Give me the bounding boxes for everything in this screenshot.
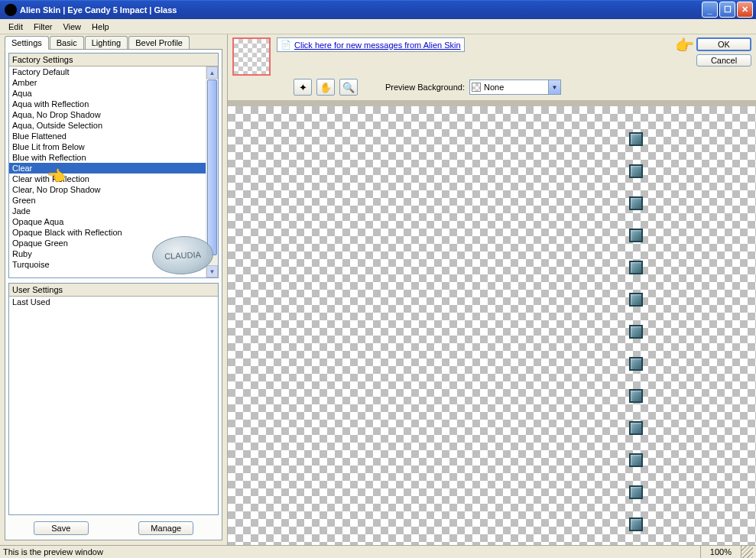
preview-shape <box>629 357 643 371</box>
list-item[interactable]: Clear <box>9 163 218 174</box>
preview-shape <box>629 196 643 210</box>
factory-settings-header: Factory Settings <box>9 54 218 67</box>
pointer-tool-button[interactable]: ✦ <box>294 79 312 96</box>
layer-thumbnail[interactable] <box>232 37 271 76</box>
preview-shape <box>629 389 643 403</box>
status-text: This is the preview window <box>3 547 103 556</box>
settings-tabs: Settings Basic Lighting Bevel Profile <box>5 36 222 50</box>
save-button[interactable]: Save <box>34 521 89 535</box>
tab-basic[interactable]: Basic <box>50 36 84 50</box>
menu-view[interactable]: View <box>57 21 86 33</box>
list-item[interactable]: Blue Flattened <box>9 131 218 141</box>
app-icon <box>5 4 17 16</box>
top-toolbar-row: 📄 Click here for new messages from Alien… <box>228 34 756 76</box>
scroll-thumb[interactable] <box>207 79 217 255</box>
maximize-button[interactable]: ☐ <box>719 2 735 18</box>
preview-shape <box>629 164 643 178</box>
list-item[interactable]: Amber <box>9 77 218 88</box>
list-item[interactable]: Green <box>9 195 218 206</box>
list-item[interactable]: Opaque Aqua <box>9 216 218 227</box>
window-controls: _ ☐ ✕ <box>702 2 753 18</box>
preview-shapes <box>629 132 643 531</box>
factory-list-body[interactable]: Factory DefaultAmberAquaAqua with Reflec… <box>9 67 218 277</box>
preview-shape <box>629 517 643 531</box>
factory-settings-list: Factory Settings Factory DefaultAmberAqu… <box>8 53 219 278</box>
pointer-hand-icon: 👉 <box>675 36 694 54</box>
title-bar: Alien Skin | Eye Candy 5 Impact | Glass … <box>0 0 756 19</box>
ok-button[interactable]: OK <box>696 37 751 51</box>
list-item[interactable]: Clear with Reflection <box>9 174 218 184</box>
preview-bg-label: Preview Background: <box>385 83 465 92</box>
manage-button[interactable]: Manage <box>138 521 193 535</box>
list-item[interactable]: Turquoise <box>9 259 218 270</box>
transparency-swatch-icon <box>472 83 481 92</box>
scroll-up-icon[interactable]: ▲ <box>206 67 218 79</box>
window-title: Alien Skin | Eye Candy 5 Impact | Glass <box>20 5 702 15</box>
preview-canvas[interactable] <box>228 106 756 545</box>
cancel-button[interactable]: Cancel <box>696 54 751 67</box>
list-item[interactable]: Ruby <box>9 248 218 259</box>
user-settings-header: User Settings <box>9 284 218 297</box>
preview-shape <box>629 132 643 146</box>
close-button[interactable]: ✕ <box>737 2 753 18</box>
dialog-buttons: 👉 OK Cancel <box>696 37 751 67</box>
list-item[interactable]: Blue Lit from Below <box>9 141 218 152</box>
preview-bg-value: None <box>484 83 504 92</box>
list-item[interactable]: Opaque Green <box>9 238 218 248</box>
zoom-level: 100% <box>700 546 741 558</box>
preset-buttons: Save Manage <box>8 520 219 537</box>
preview-shape <box>629 229 643 242</box>
tab-lighting[interactable]: Lighting <box>85 36 128 50</box>
toolbar-divider <box>228 100 756 106</box>
list-item[interactable]: Jade <box>9 206 218 216</box>
preview-shape <box>629 325 643 339</box>
list-item[interactable]: Factory Default <box>9 67 218 77</box>
list-item[interactable]: Clear, No Drop Shadow <box>9 184 218 195</box>
preview-shape <box>629 421 643 435</box>
hand-tool-button[interactable]: ✋ <box>316 79 335 96</box>
message-box: 📄 Click here for new messages from Alien… <box>277 37 465 52</box>
tab-settings[interactable]: Settings <box>5 36 49 50</box>
preview-shape <box>629 453 643 467</box>
chevron-down-icon: ▼ <box>548 80 560 94</box>
list-item[interactable]: Blue with Reflection <box>9 152 218 163</box>
list-item[interactable]: Aqua with Reflection <box>9 99 218 109</box>
minimize-button[interactable]: _ <box>702 2 718 18</box>
tab-bevel-profile[interactable]: Bevel Profile <box>128 36 190 50</box>
left-panel: Settings Basic Lighting Bevel Profile Fa… <box>0 34 228 545</box>
list-item[interactable]: Aqua, No Drop Shadow <box>9 109 218 120</box>
right-side: 📄 Click here for new messages from Alien… <box>228 34 756 545</box>
user-settings-list: User Settings Last Used CLAUDIA <box>8 283 219 515</box>
list-item[interactable]: Aqua <box>9 88 218 99</box>
menu-edit[interactable]: Edit <box>3 21 28 33</box>
scroll-down-icon[interactable]: ▼ <box>206 265 218 277</box>
messages-link[interactable]: Click here for new messages from Alien S… <box>294 41 461 50</box>
factory-scrollbar[interactable]: ▲ ▼ <box>206 67 218 277</box>
list-item[interactable]: Last Used <box>9 297 218 307</box>
list-item[interactable]: Aqua, Outside Selection <box>9 120 218 131</box>
preview-shape <box>629 293 643 307</box>
preview-toolbar: ✦ ✋ 🔍 Preview Background: None ▼ <box>289 76 756 99</box>
menu-filter[interactable]: Filter <box>28 21 57 33</box>
settings-panel: Factory Settings Factory DefaultAmberAqu… <box>5 49 222 540</box>
mail-icon: 📄 <box>281 40 291 50</box>
resize-grip-icon[interactable] <box>741 546 753 558</box>
menu-bar: Edit Filter View Help <box>0 19 756 34</box>
preview-bg-select[interactable]: None ▼ <box>469 79 561 95</box>
zoom-tool-button[interactable]: 🔍 <box>339 79 358 96</box>
preview-shape <box>629 485 643 499</box>
list-item[interactable]: Opaque Black with Reflection <box>9 227 218 238</box>
menu-help[interactable]: Help <box>86 21 115 33</box>
status-bar: This is the preview window 100% <box>0 545 756 558</box>
user-list-body[interactable]: Last Used <box>9 297 218 514</box>
preview-shape <box>629 261 643 274</box>
